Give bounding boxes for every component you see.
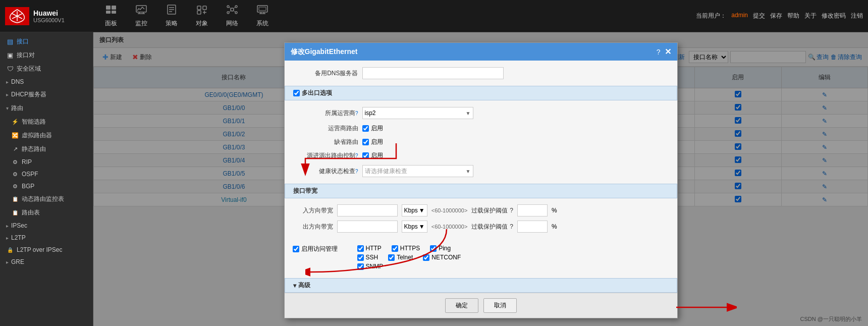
nav-object[interactable]: 对象 <box>187 1 217 32</box>
sidebar-item-l2tp-over-ipsec[interactable]: 🔒 L2TP over IPSec <box>0 244 93 256</box>
save-action[interactable]: 保存 <box>770 12 782 20</box>
netconf-checkbox[interactable] <box>423 254 429 261</box>
source-routing-help-icon[interactable]: ? <box>355 153 358 158</box>
sidebar-item-security-zone[interactable]: 🛡 安全区域 <box>0 62 93 76</box>
admin-name: admin <box>731 12 748 20</box>
netconf-checkbox-label[interactable]: NETCONF <box>423 254 461 261</box>
sidebar-label-bgp: BGP <box>22 183 34 190</box>
telnet-checkbox-label[interactable]: Telnet <box>388 254 413 261</box>
current-user-label: 当前用户： <box>696 12 726 20</box>
svg-rect-27 <box>259 7 266 11</box>
isp-select[interactable]: isp2 ▼ <box>362 107 473 119</box>
dialog-close-button[interactable]: ✕ <box>665 47 671 57</box>
confirm-button[interactable]: 确定 <box>445 298 478 313</box>
outbound-range: <60-1000000> <box>431 224 468 230</box>
outbound-protect-input[interactable] <box>517 221 548 233</box>
sidebar-item-dhcp[interactable]: ▸ DHCP服务器 <box>0 88 93 101</box>
default-route-checkbox-label[interactable]: 启用 <box>362 138 383 146</box>
https-checkbox-label[interactable]: HTTPS <box>392 245 420 252</box>
access-row-3: SNMP <box>357 263 461 270</box>
help-action[interactable]: 帮助 <box>787 12 799 20</box>
inbound-protect-input[interactable] <box>517 204 548 216</box>
sidebar-item-l2tp[interactable]: ▸ L2TP <box>0 232 93 244</box>
access-row-1: HTTP HTTPS Ping <box>357 245 461 252</box>
inbound-protect-label: 过载保护阈值? <box>471 206 513 215</box>
nav-items: 面板 监控 <box>86 1 696 32</box>
sidebar-item-gre[interactable]: ▸ GRE <box>0 256 93 268</box>
about-action[interactable]: 关于 <box>804 12 817 20</box>
health-check-help-icon[interactable]: ? <box>355 169 358 174</box>
http-checkbox-label[interactable]: HTTP <box>357 245 382 252</box>
access-mgmt-checkbox[interactable] <box>293 246 299 252</box>
inbound-unit[interactable]: Kbps ▼ <box>402 204 427 216</box>
dhcp-expand-icon: ▸ <box>6 92 9 97</box>
sidebar-item-dns[interactable]: ▸ DNS <box>0 76 93 88</box>
sidebar-item-smart-routing[interactable]: ⚡ 智能选路 <box>0 115 93 129</box>
outbound-unit[interactable]: Kbps ▼ <box>402 221 427 233</box>
isp-value: isp2 <box>365 110 376 117</box>
https-checkbox[interactable] <box>392 245 398 252</box>
bgp-icon: ⚙ <box>11 183 19 190</box>
dynamic-routing-icon: 📋 <box>11 196 19 202</box>
svg-line-24 <box>229 11 231 12</box>
isp-label: 所属运营商? <box>293 109 358 118</box>
telnet-checkbox[interactable] <box>388 254 395 261</box>
nav-policy[interactable]: 策略 <box>156 1 187 32</box>
dns-expand-icon: ▸ <box>6 79 9 85</box>
interface-pair-icon: ▣ <box>6 51 14 59</box>
sidebar-item-rip[interactable]: ⚙ RIP <box>0 156 93 168</box>
multi-egress-checkbox[interactable] <box>293 90 300 96</box>
nav-network[interactable]: 网络 <box>217 1 247 32</box>
ping-checkbox[interactable] <box>430 245 437 252</box>
default-route-label: 缺省路由 <box>293 138 358 146</box>
dialog-help-icon[interactable]: ? <box>657 48 661 56</box>
nav-monitor[interactable]: 监控 <box>126 1 156 32</box>
ssh-checkbox[interactable] <box>357 254 364 261</box>
cancel-button[interactable]: 取消 <box>483 298 517 313</box>
change-password-action[interactable]: 修改密码 <box>822 12 846 20</box>
outbound-protect-help[interactable]: ? <box>510 223 513 230</box>
sidebar-item-ospf[interactable]: ⚙ OSPF <box>0 168 93 180</box>
interface-icon: ▤ <box>6 38 14 45</box>
operator-route-checkbox[interactable] <box>362 125 369 132</box>
sidebar-label-gre: GRE <box>11 258 24 265</box>
sidebar-item-virtual-router[interactable]: 🔀 虚拟路由器 <box>0 129 93 142</box>
source-routing-checkbox-label[interactable]: 启用 <box>362 151 383 160</box>
source-routing-checkbox[interactable] <box>362 152 369 159</box>
ssh-checkbox-label[interactable]: SSH <box>357 254 378 261</box>
sidebar-item-dynamic-routing[interactable]: 📋 动态路由监控表 <box>0 192 93 206</box>
access-mgmt-main-checkbox-label[interactable]: 启用访问管理 <box>293 245 353 253</box>
snmp-checkbox-label[interactable]: SNMP <box>357 263 384 270</box>
default-route-enabled-label: 启用 <box>371 138 383 146</box>
sidebar-item-static-routing[interactable]: ↗ 静态路由 <box>0 142 93 156</box>
backup-dns-input[interactable] <box>362 67 504 79</box>
source-routing-row: 源进源出路由控制? 启用 <box>293 149 669 162</box>
operator-route-enabled-label: 启用 <box>371 124 383 133</box>
nav-system[interactable]: 系统 <box>247 1 278 32</box>
access-mgmt-title: 启用访问管理 <box>301 245 338 253</box>
inbound-protect-help[interactable]: ? <box>510 207 513 214</box>
sidebar-item-routing[interactable]: ▾ 路由 <box>0 101 93 115</box>
system-icon <box>256 5 268 17</box>
inbound-input[interactable] <box>337 204 398 216</box>
sidebar-item-ipsec[interactable]: ▸ IPSec <box>0 220 93 232</box>
sidebar-item-interface-pair[interactable]: ▣ 接口对 <box>0 48 93 62</box>
isp-help-icon[interactable]: ? <box>355 111 358 116</box>
nav-dashboard[interactable]: 面板 <box>96 1 126 32</box>
default-route-checkbox[interactable] <box>362 139 369 145</box>
netconf-label: NETCONF <box>431 254 461 261</box>
sidebar-item-routing-table[interactable]: 📋 路由表 <box>0 206 93 220</box>
sidebar-item-bgp[interactable]: ⚙ BGP <box>0 180 93 192</box>
operator-route-checkbox-label[interactable]: 启用 <box>362 124 383 133</box>
ping-checkbox-label[interactable]: Ping <box>430 245 451 252</box>
submit-action[interactable]: 提交 <box>753 12 765 20</box>
svg-point-19 <box>235 6 237 8</box>
http-checkbox[interactable] <box>357 245 364 252</box>
outbound-input[interactable] <box>337 221 398 233</box>
snmp-checkbox[interactable] <box>357 263 364 270</box>
health-check-select[interactable]: 请选择健康检查 ▼ <box>362 165 473 177</box>
sidebar-item-interface[interactable]: ▤ 接口 <box>0 35 93 48</box>
logout-action[interactable]: 注销 <box>851 12 863 20</box>
svg-point-21 <box>235 12 237 14</box>
sidebar-label-l2tp-over-ipsec: L2TP over IPSec <box>17 246 63 253</box>
